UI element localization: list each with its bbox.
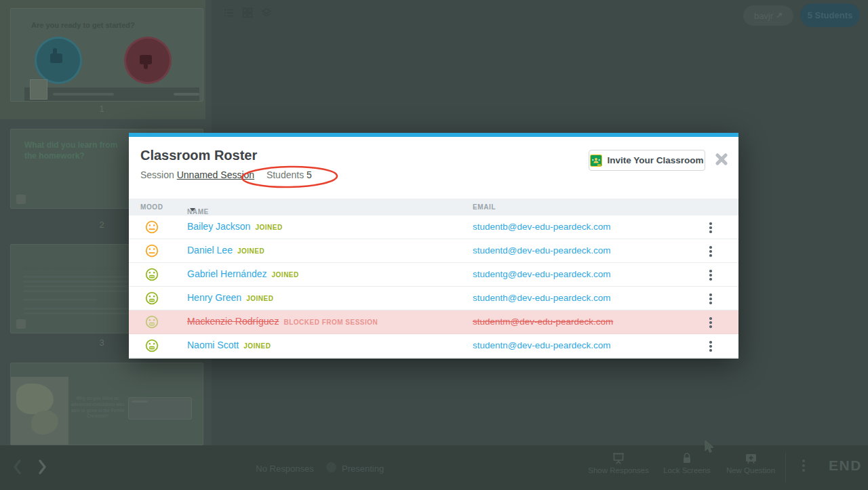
row-menu-button[interactable] bbox=[707, 293, 715, 304]
close-icon[interactable] bbox=[715, 153, 728, 165]
layers-icon[interactable] bbox=[261, 7, 272, 18]
student-email-link[interactable]: studentb@dev-edu-peardeck.com bbox=[473, 222, 611, 232]
session-code-button[interactable]: bavjr bbox=[743, 5, 793, 26]
row-menu-button[interactable] bbox=[707, 222, 715, 233]
no-responses-label: No Responses bbox=[244, 464, 326, 474]
table-row[interactable]: Bailey JacksonJOINED studentb@dev-edu-pe… bbox=[129, 216, 738, 239]
student-status-badge: JOINED bbox=[246, 295, 273, 302]
mood-grin-icon bbox=[145, 339, 159, 352]
row-menu-button[interactable] bbox=[707, 270, 715, 281]
student-name-link[interactable]: Bailey Jackson bbox=[187, 221, 250, 232]
slide-2-title: What did you learn from the homework? bbox=[24, 140, 119, 161]
table-row[interactable]: Naomi ScottJOINED studentn@dev-edu-peard… bbox=[129, 334, 738, 358]
session-name-link[interactable]: Unnamed Session bbox=[177, 169, 254, 180]
row-menu-button[interactable] bbox=[707, 246, 715, 257]
sort-arrow-icon bbox=[190, 208, 195, 211]
student-status-badge: JOINED bbox=[255, 224, 282, 231]
student-status-badge: JOINED bbox=[237, 247, 264, 255]
lock-screens-button[interactable]: Lock Screens bbox=[656, 453, 717, 474]
slide-logo bbox=[16, 319, 26, 329]
slide-thumbnail-4[interactable]: Why do you think an advanced civilizatio… bbox=[10, 363, 203, 445]
answer-input-preview bbox=[128, 397, 192, 420]
slide-4-title: Why do you think an advanced civilizatio… bbox=[71, 396, 125, 420]
grid-view-icon[interactable] bbox=[242, 7, 253, 18]
students-count-button[interactable]: 5 Students bbox=[800, 3, 860, 27]
projector-screen-icon bbox=[612, 453, 625, 464]
student-name-link[interactable]: Henry Green bbox=[187, 292, 241, 303]
table-row[interactable]: Mackenzie RodríguezBLOCKED FROM SESSION … bbox=[129, 310, 738, 334]
table-row[interactable]: Henry GreenJOINED studenth@dev-edu-peard… bbox=[129, 287, 738, 310]
column-email: EMAIL bbox=[473, 203, 496, 211]
table-row[interactable]: Daniel LeeJOINED studentd@dev-edu-pearde… bbox=[129, 239, 738, 263]
invite-your-classroom-button[interactable]: Invite Your Classroom bbox=[589, 150, 705, 171]
presenting-status-icon bbox=[326, 462, 336, 472]
slide-join-banner bbox=[24, 87, 199, 101]
toolbar-more-menu-button[interactable] bbox=[802, 460, 805, 472]
mood-meh-icon bbox=[145, 244, 159, 258]
presenting-label: Presenting bbox=[342, 464, 384, 474]
roster-table-header: MOOD NAME EMAIL bbox=[129, 199, 738, 216]
map-image bbox=[11, 377, 68, 445]
list-view-icon[interactable] bbox=[224, 7, 235, 18]
roster-table-body: Bailey JacksonJOINED studentb@dev-edu-pe… bbox=[129, 216, 738, 358]
slide-thumbnail-1[interactable]: Are you ready to get started? bbox=[10, 8, 203, 102]
dialog-title: Classroom Roster bbox=[140, 148, 257, 163]
student-email-link[interactable]: studentn@dev-edu-peardeck.com bbox=[473, 340, 611, 350]
slide-1-number: 1 bbox=[88, 104, 115, 114]
thumbs-up-icon bbox=[37, 39, 80, 82]
next-slide-button[interactable] bbox=[37, 459, 47, 475]
student-email-link[interactable]: studentd@dev-edu-peardeck.com bbox=[473, 245, 611, 256]
expand-icon bbox=[776, 12, 783, 19]
show-responses-button[interactable]: Show Responses bbox=[582, 453, 655, 474]
row-menu-button[interactable] bbox=[707, 317, 715, 328]
students-count: 5 bbox=[307, 169, 312, 180]
student-email-link[interactable]: studentm@dev-edu-peardeck.com bbox=[473, 317, 613, 327]
mood-meh-icon bbox=[145, 220, 159, 234]
session-info-line: Session Unnamed Session Students 5 bbox=[140, 169, 312, 180]
slide-3-title: What is the missing word in this passage… bbox=[23, 265, 132, 271]
session-code-label: bavjr bbox=[754, 11, 773, 21]
thumbs-down-icon bbox=[126, 39, 170, 82]
slide-1-title: Are you ready to get started? bbox=[31, 21, 167, 29]
lock-icon bbox=[682, 453, 692, 464]
student-status-badge: JOINED bbox=[272, 271, 299, 279]
mood-grin-icon bbox=[145, 268, 159, 281]
column-mood: MOOD bbox=[140, 203, 163, 211]
classroom-roster-dialog: Classroom Roster Session Unnamed Session… bbox=[129, 133, 738, 359]
table-row[interactable]: Gabriel HernándezJOINED studentg@dev-edu… bbox=[129, 263, 738, 287]
mascot-image bbox=[30, 79, 47, 100]
student-email-link[interactable]: studentg@dev-edu-peardeck.com bbox=[473, 269, 611, 279]
mouse-cursor bbox=[704, 440, 715, 453]
student-name-link[interactable]: Gabriel Hernández bbox=[187, 268, 267, 279]
previous-slide-button[interactable] bbox=[12, 459, 23, 475]
new-question-icon bbox=[745, 453, 757, 464]
toolbar-divider bbox=[785, 453, 786, 483]
slide-3-number: 3 bbox=[88, 338, 115, 348]
row-menu-button[interactable] bbox=[707, 341, 715, 352]
student-email-link[interactable]: studenth@dev-edu-peardeck.com bbox=[473, 293, 611, 303]
student-status-badge: JOINED bbox=[243, 342, 271, 350]
google-classroom-icon bbox=[590, 155, 602, 167]
slide-logo bbox=[16, 195, 26, 204]
students-label: Students bbox=[267, 169, 304, 180]
mood-grin-icon bbox=[145, 315, 159, 329]
student-status-badge: BLOCKED FROM SESSION bbox=[283, 319, 378, 326]
student-name-link[interactable]: Daniel Lee bbox=[187, 245, 233, 256]
student-name-link[interactable]: Naomi Scott bbox=[187, 340, 239, 350]
slide-2-number: 2 bbox=[88, 220, 115, 230]
student-name-link[interactable]: Mackenzie Rodríguez bbox=[187, 316, 279, 327]
new-question-button[interactable]: New Question bbox=[719, 453, 783, 474]
mood-grin-icon bbox=[145, 291, 159, 305]
end-session-button[interactable]: END bbox=[829, 457, 862, 474]
session-label: Session bbox=[140, 169, 174, 180]
